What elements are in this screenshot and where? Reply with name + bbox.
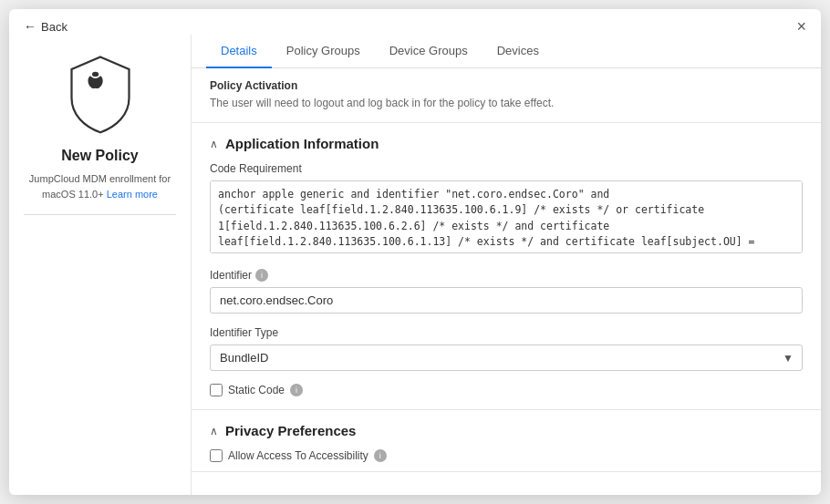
- policy-activation-section: Policy Activation The user will need to …: [192, 68, 821, 123]
- identifier-type-group: Identifier Type BundleID Path ▼: [210, 326, 803, 371]
- privacy-preferences-title: Privacy Preferences: [225, 423, 356, 438]
- identifier-type-select[interactable]: BundleID Path: [210, 345, 803, 371]
- back-button[interactable]: ← Back: [24, 19, 67, 34]
- app-info-section: ∧ Application Information Code Requireme…: [192, 123, 821, 410]
- content-area[interactable]: Policy Activation The user will need to …: [192, 68, 821, 495]
- tab-policy-groups[interactable]: Policy Groups: [272, 35, 375, 68]
- learn-more-link[interactable]: Learn more: [107, 189, 158, 200]
- back-label: Back: [41, 20, 67, 34]
- policy-activation-desc: The user will need to logout and log bac…: [210, 97, 803, 109]
- identifier-group: Identifier i: [210, 269, 803, 314]
- tab-details[interactable]: Details: [206, 35, 272, 68]
- privacy-preferences-section: ∧ Privacy Preferences Allow Access To Ac…: [192, 410, 821, 472]
- main-content: Details Policy Groups Device Groups Devi…: [192, 35, 821, 495]
- allow-accessibility-label[interactable]: Allow Access To Accessibility: [228, 449, 368, 462]
- identifier-label-row: Identifier i: [210, 269, 803, 282]
- static-code-checkbox[interactable]: [210, 384, 223, 396]
- collapse-app-info-icon[interactable]: ∧: [210, 138, 218, 150]
- modal-header: ← Back ×: [9, 9, 821, 35]
- sidebar: New Policy JumpCloud MDM enrollment for …: [9, 35, 192, 495]
- accessibility-row: Allow Access To Accessibility i: [210, 449, 803, 462]
- modal: ← Back × New Policy JumpCloud MDM enroll…: [9, 9, 821, 495]
- code-requirement-group: Code Requirement: [210, 162, 803, 256]
- identifier-input[interactable]: [210, 287, 803, 314]
- code-requirement-input[interactable]: [210, 180, 803, 253]
- allow-accessibility-info-icon[interactable]: i: [374, 449, 387, 462]
- policy-title: New Policy: [61, 148, 138, 164]
- identifier-info-icon[interactable]: i: [255, 269, 268, 282]
- policy-activation-title: Policy Activation: [210, 79, 803, 92]
- identifier-type-label: Identifier Type: [210, 326, 803, 339]
- tab-device-groups[interactable]: Device Groups: [375, 35, 482, 68]
- sidebar-divider: [24, 214, 176, 215]
- shield-apple-icon: [59, 53, 141, 135]
- static-code-label[interactable]: Static Code: [228, 384, 285, 396]
- allow-accessibility-checkbox[interactable]: [210, 449, 223, 462]
- code-requirement-label: Code Requirement: [210, 162, 803, 175]
- close-button[interactable]: ×: [796, 18, 806, 35]
- identifier-label: Identifier: [210, 269, 252, 282]
- back-arrow-icon: ←: [24, 19, 36, 34]
- modal-body: New Policy JumpCloud MDM enrollment for …: [9, 35, 821, 495]
- tabs-bar: Details Policy Groups Device Groups Devi…: [192, 35, 821, 68]
- tab-devices[interactable]: Devices: [482, 35, 554, 68]
- policy-desc: JumpCloud MDM enrollment for macOS 11.0+…: [24, 171, 176, 201]
- static-code-info-icon[interactable]: i: [290, 384, 303, 396]
- app-info-header: ∧ Application Information: [210, 136, 803, 151]
- identifier-type-select-wrapper: BundleID Path ▼: [210, 345, 803, 371]
- collapse-privacy-icon[interactable]: ∧: [210, 425, 218, 437]
- app-info-title: Application Information: [225, 136, 379, 151]
- privacy-preferences-header: ∧ Privacy Preferences: [210, 423, 803, 438]
- svg-point-0: [92, 72, 99, 77]
- static-code-row: Static Code i: [210, 384, 803, 396]
- code-textarea-wrapper: [210, 180, 803, 256]
